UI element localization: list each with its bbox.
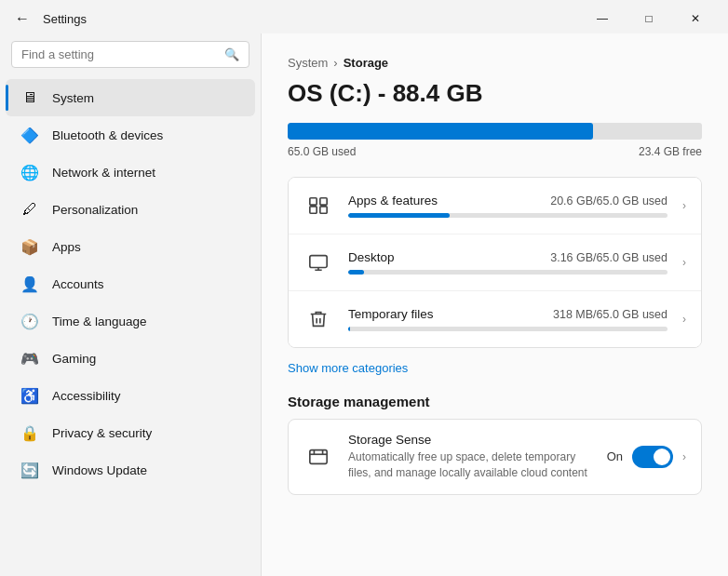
sidebar-item-label-gaming: Gaming [52, 352, 96, 366]
sidebar-item-update[interactable]: 🔄 Windows Update [6, 451, 255, 489]
storage-items-card: Apps & features 20.6 GB/65.0 GB used › D… [288, 177, 702, 348]
sidebar-item-label-personalization: Personalization [52, 203, 138, 217]
main-storage-bar-track [288, 123, 702, 140]
management-card: Storage Sense Automatically free up spac… [288, 419, 702, 495]
management-item-desc-storage-sense: Automatically free up space, delete temp… [348, 449, 592, 481]
storage-item-bar-fill-desktop [348, 270, 364, 275]
accounts-icon: 👤 [20, 275, 39, 293]
app-body: 🔍 🖥 System 🔷 Bluetooth & devices 🌐 Netwo… [0, 33, 728, 576]
svg-rect-4 [310, 256, 327, 268]
sidebar-item-label-privacy: Privacy & security [52, 426, 152, 440]
storage-item-size-apps-features: 20.6 GB/65.0 GB used [550, 194, 667, 208]
title-bar: ← Settings — □ ✕ [0, 0, 728, 33]
sidebar: 🔍 🖥 System 🔷 Bluetooth & devices 🌐 Netwo… [0, 33, 261, 576]
search-box[interactable]: 🔍 [11, 41, 249, 68]
toggle-label-storage-sense: On [607, 449, 623, 463]
privacy-icon: 🔒 [20, 423, 39, 442]
personalization-icon: 🖊 [20, 200, 39, 219]
svg-rect-7 [310, 449, 327, 463]
sidebar-item-bluetooth[interactable]: 🔷 Bluetooth & devices [6, 116, 255, 154]
sidebar-item-accounts[interactable]: 👤 Accounts [6, 265, 255, 302]
page-title: OS (C:) - 88.4 GB [288, 79, 702, 108]
svg-rect-2 [310, 207, 317, 213]
storage-item-bar-fill-apps-features [348, 213, 450, 218]
minimize-button[interactable]: — [581, 6, 624, 32]
storage-item-temp-files[interactable]: Temporary files 318 MB/65.0 GB used › [289, 291, 701, 347]
breadcrumb-parent: System [288, 56, 328, 70]
search-input[interactable] [21, 47, 217, 61]
breadcrumb-separator: › [333, 56, 337, 70]
temp-files-icon [303, 304, 333, 334]
storage-free-label: 23.4 GB free [639, 145, 702, 158]
management-item-right-storage-sense: On › [607, 446, 686, 468]
back-button[interactable]: ← [11, 8, 34, 29]
storage-item-name-desktop: Desktop [348, 250, 395, 264]
close-button[interactable]: ✕ [674, 6, 717, 32]
main-content: System › Storage OS (C:) - 88.4 GB 65.0 … [261, 33, 728, 576]
sidebar-item-label-apps: Apps [52, 240, 81, 254]
storage-item-desktop[interactable]: Desktop 3.16 GB/65.0 GB used › [289, 234, 701, 291]
main-storage-bar-container [288, 123, 702, 140]
apps-icon: 📦 [20, 237, 39, 256]
breadcrumb: System › Storage [288, 56, 702, 70]
svg-rect-3 [320, 207, 327, 213]
storage-item-info-temp-files: Temporary files 318 MB/65.0 GB used [348, 307, 667, 331]
storage-sense-icon [303, 442, 333, 472]
gaming-icon: 🎮 [20, 349, 39, 368]
time-icon: 🕐 [20, 312, 39, 330]
sidebar-item-label-accessibility: Accessibility [52, 389, 121, 403]
sidebar-item-network[interactable]: 🌐 Network & internet [6, 154, 255, 191]
sidebar-item-accessibility[interactable]: ♿ Accessibility [6, 377, 255, 414]
management-section-title: Storage management [288, 394, 702, 409]
storage-item-name-temp-files: Temporary files [348, 307, 434, 321]
storage-item-bar-track-apps-features [348, 213, 667, 218]
management-item-info-storage-sense: Storage Sense Automatically free up spac… [348, 433, 592, 481]
sidebar-item-label-system: System [52, 91, 94, 105]
breadcrumb-current: Storage [344, 56, 388, 70]
storage-items-container: Apps & features 20.6 GB/65.0 GB used › D… [289, 178, 701, 347]
storage-used-label: 65.0 GB used [288, 145, 356, 158]
sidebar-item-label-bluetooth: Bluetooth & devices [52, 128, 163, 142]
management-item-storage-sense[interactable]: Storage Sense Automatically free up spac… [289, 420, 701, 494]
search-icon: 🔍 [224, 47, 239, 61]
app-title: Settings [43, 12, 87, 26]
window-controls: — □ ✕ [581, 6, 717, 32]
svg-rect-0 [310, 198, 317, 205]
sidebar-item-personalization[interactable]: 🖊 Personalization [6, 191, 255, 228]
storage-item-bar-track-desktop [348, 270, 667, 275]
sidebar-item-label-time: Time & language [52, 315, 147, 328]
show-more-link[interactable]: Show more categories [288, 361, 408, 375]
sidebar-item-label-network: Network & internet [52, 166, 155, 180]
sidebar-item-system[interactable]: 🖥 System [6, 79, 255, 116]
main-storage-bar-fill [288, 123, 593, 140]
storage-item-apps-features[interactable]: Apps & features 20.6 GB/65.0 GB used › [289, 178, 701, 234]
desktop-icon [303, 248, 333, 277]
accessibility-icon: ♿ [20, 386, 39, 405]
management-chevron-storage-sense: › [682, 450, 686, 463]
nav-items-container: 🖥 System 🔷 Bluetooth & devices 🌐 Network… [0, 79, 261, 489]
apps-features-icon [303, 191, 333, 221]
storage-item-bar-fill-temp-files [348, 327, 350, 331]
storage-item-bar-track-temp-files [348, 327, 667, 331]
sidebar-item-time[interactable]: 🕐 Time & language [6, 302, 255, 340]
sidebar-item-privacy[interactable]: 🔒 Privacy & security [6, 414, 255, 451]
storage-labels: 65.0 GB used 23.4 GB free [288, 145, 702, 158]
sidebar-item-gaming[interactable]: 🎮 Gaming [6, 340, 255, 377]
sidebar-item-apps[interactable]: 📦 Apps [6, 228, 255, 265]
management-item-name-storage-sense: Storage Sense [348, 433, 592, 447]
toggle-knob-storage-sense [654, 449, 670, 465]
svg-rect-1 [320, 198, 327, 205]
storage-item-info-desktop: Desktop 3.16 GB/65.0 GB used [348, 250, 667, 275]
title-bar-left: ← Settings [11, 8, 87, 29]
maximize-button[interactable]: □ [627, 6, 670, 32]
bluetooth-icon: 🔷 [20, 126, 39, 144]
storage-item-chevron-desktop: › [682, 256, 686, 269]
storage-item-size-temp-files: 318 MB/65.0 GB used [553, 308, 667, 321]
storage-item-info-apps-features: Apps & features 20.6 GB/65.0 GB used [348, 194, 667, 218]
network-icon: 🌐 [20, 163, 39, 181]
toggle-switch-storage-sense[interactable] [632, 446, 673, 468]
storage-item-chevron-temp-files: › [682, 313, 686, 326]
management-items-container: Storage Sense Automatically free up spac… [289, 420, 701, 494]
sidebar-item-label-update: Windows Update [52, 463, 147, 477]
storage-item-size-desktop: 3.16 GB/65.0 GB used [550, 251, 667, 264]
